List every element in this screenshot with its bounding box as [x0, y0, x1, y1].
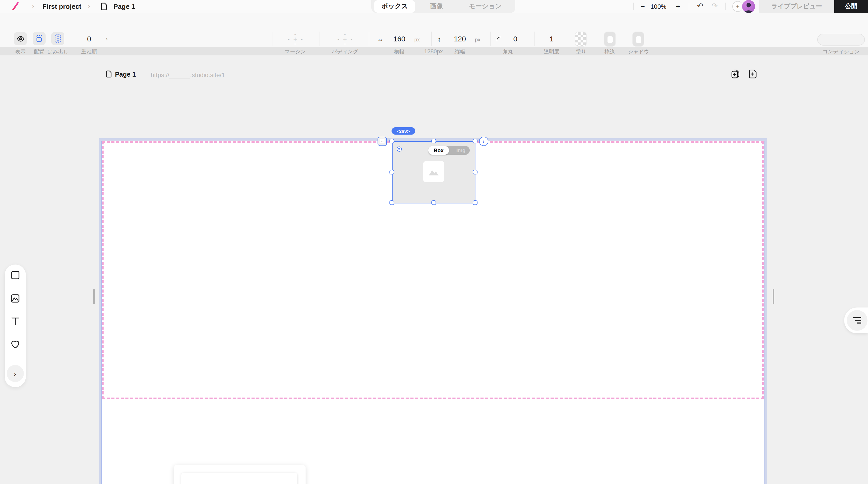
image-tool-icon: [10, 293, 20, 303]
resize-handle-ne[interactable]: [473, 139, 477, 143]
canvas-width-value: 1280px: [414, 48, 453, 54]
resize-handle-s[interactable]: [431, 200, 436, 205]
border-swatch[interactable]: [604, 32, 616, 46]
corner-radius-value[interactable]: 0: [507, 35, 523, 43]
z-order-expand-icon[interactable]: ›: [106, 35, 108, 42]
corner-radius-icon: [497, 37, 501, 41]
properties-toolbar: 表示 配置 はみ出し 0 › 重ね順 - -+- - マージン: [0, 13, 868, 47]
undo-icon[interactable]: ↶: [697, 2, 703, 10]
canvas-width-ruler[interactable]: 1280px: [0, 47, 868, 55]
toggle-img-option[interactable]: Img: [453, 148, 469, 153]
shadow-swatch[interactable]: [632, 32, 644, 46]
width-label: 横幅: [388, 48, 411, 55]
divider: [689, 3, 689, 10]
canvas-page-name[interactable]: Page 1: [115, 71, 136, 78]
height-arrow-icon: ↕: [438, 35, 441, 43]
divider: [725, 3, 725, 10]
width-arrow-icon: ↔: [377, 35, 384, 43]
border-label: 枠線: [598, 48, 621, 55]
resize-handle-n[interactable]: [431, 139, 436, 143]
chevron-right-icon: ›: [14, 369, 16, 378]
live-preview-button[interactable]: ライブプレビュー: [759, 0, 834, 13]
selected-tag-badge[interactable]: <div>: [392, 127, 415, 135]
layer-list-icon: [847, 310, 867, 331]
padding-control[interactable]: - -+- -: [335, 31, 355, 46]
layers-panel-toggle[interactable]: [844, 308, 868, 333]
target-anchor-icon[interactable]: [397, 146, 402, 152]
divider: [431, 32, 432, 46]
margin-label: マージン: [282, 48, 309, 55]
breadcrumb-page-name[interactable]: Page 1: [114, 3, 135, 10]
zoom-out-icon[interactable]: −: [641, 2, 645, 10]
mountain-image-icon: [427, 165, 440, 178]
eye-icon: [16, 34, 25, 43]
studio-logo-icon[interactable]: [11, 2, 20, 10]
page-icon: [106, 70, 112, 78]
arrange-button[interactable]: [33, 32, 45, 45]
expand-tools-button[interactable]: ›: [6, 365, 24, 382]
text-tool-icon: [10, 316, 20, 326]
fill-label: 塗り: [570, 48, 592, 55]
divider: [491, 32, 491, 46]
page-icon: [101, 3, 107, 10]
image-tool-button[interactable]: [4, 293, 26, 303]
breadcrumb-chevron-icon: ›: [32, 3, 34, 10]
width-value[interactable]: 160: [390, 35, 409, 43]
toggle-box-option[interactable]: Box: [428, 146, 449, 155]
canvas-page-url[interactable]: https://______.studio.site/1: [151, 71, 225, 79]
resize-handle-w[interactable]: [390, 169, 394, 174]
resize-handle-e[interactable]: [473, 169, 477, 174]
condition-label: コンディション: [820, 48, 862, 55]
studio-editor: › First project › Page 1 ボックス 画像 モーション −…: [0, 0, 868, 484]
display-toggle-button[interactable]: [14, 32, 27, 45]
topbar: › First project › Page 1 ボックス 画像 モーション −…: [0, 0, 868, 13]
canvas-resize-handle-right[interactable]: [773, 289, 774, 304]
tab-image[interactable]: 画像: [421, 0, 453, 13]
box-tool-button[interactable]: [4, 270, 26, 280]
tutorial-card-front: [181, 473, 297, 484]
opacity-value[interactable]: 1: [542, 35, 561, 43]
height-unit: px: [475, 37, 480, 42]
editor-canvas-area: Page 1 https://______.studio.site/1 <div…: [0, 55, 868, 484]
redo-icon[interactable]: ↷: [712, 2, 718, 10]
height-label: 縦幅: [448, 48, 472, 55]
z-order-value[interactable]: 0: [80, 35, 98, 43]
height-value[interactable]: 120: [450, 35, 470, 43]
image-source-chip[interactable]: [377, 136, 387, 146]
duplicate-page-icon[interactable]: [731, 69, 740, 79]
divider: [319, 32, 320, 46]
avatar[interactable]: [742, 0, 755, 13]
overflow-button[interactable]: [51, 32, 64, 45]
canvas-resize-handle-left[interactable]: [93, 289, 95, 304]
breadcrumb-chevron-icon: ›: [88, 3, 90, 10]
condition-input[interactable]: [817, 34, 865, 45]
tool-palette: ›: [4, 264, 26, 387]
divider: [661, 32, 661, 46]
tab-box[interactable]: ボックス: [374, 0, 415, 13]
image-placeholder[interactable]: [423, 161, 444, 182]
divider: [633, 3, 634, 10]
resize-handle-se[interactable]: [473, 200, 477, 205]
expand-right-chip[interactable]: ›: [479, 137, 488, 146]
fill-swatch[interactable]: [575, 32, 587, 46]
divider: [272, 32, 272, 46]
zoom-in-icon[interactable]: +: [676, 2, 680, 10]
resize-handle-nw[interactable]: [390, 139, 394, 143]
divider: [534, 32, 535, 46]
publish-button[interactable]: 公開: [834, 0, 868, 13]
overflow-label: はみ出し: [44, 48, 71, 55]
resize-handle-sw[interactable]: [390, 200, 394, 205]
tab-motion[interactable]: モーション: [461, 0, 509, 13]
margin-control[interactable]: - -+- -: [285, 31, 305, 46]
breadcrumb-project-name[interactable]: First project: [42, 3, 81, 10]
opacity-label: 透明度: [538, 48, 565, 55]
zoom-level[interactable]: 100%: [650, 3, 666, 10]
overflow-icon: [53, 34, 62, 43]
icon-tool-button[interactable]: [4, 340, 26, 349]
add-page-icon[interactable]: [749, 69, 757, 79]
text-tool-button[interactable]: [4, 316, 26, 326]
invite-member-icon[interactable]: +: [732, 1, 743, 12]
z-order-label: 重ね順: [76, 48, 101, 55]
width-unit: px: [414, 37, 420, 42]
corner-radius-label: 角丸: [497, 48, 520, 55]
